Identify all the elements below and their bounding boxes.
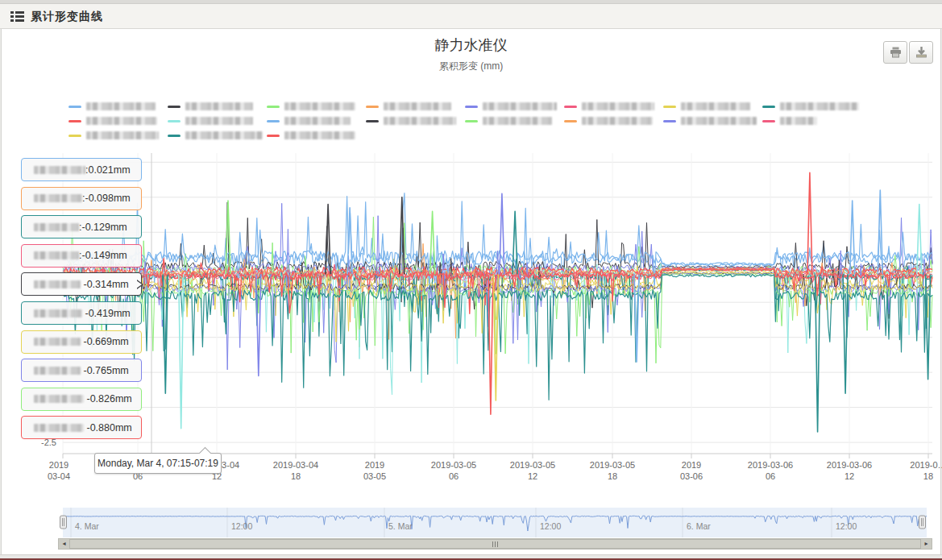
series-line-marker: [366, 120, 379, 122]
legend-item[interactable]: [663, 114, 762, 128]
tooltip-series-box: -0.880mm: [21, 416, 142, 439]
series-line-marker: [68, 120, 81, 122]
plot-area[interactable]: [63, 153, 932, 454]
series-line-marker: [762, 120, 775, 122]
tooltip-header: Monday, Mar 4, 07:15-07:19: [94, 453, 222, 474]
x-axis-label: 201903-06: [680, 459, 703, 482]
legend-item[interactable]: [465, 114, 564, 128]
legend-item[interactable]: [68, 114, 168, 128]
legend-item[interactable]: [267, 114, 366, 128]
legend-label-masked: [780, 102, 859, 110]
x-axis-label: 2019-03-0612: [827, 459, 872, 482]
tooltip-series-box: -0.669mm: [21, 330, 142, 354]
navigator-label: 12:00: [836, 521, 857, 531]
navigator-label: 4. Mar: [75, 521, 99, 531]
x-axis-label: 2019-03-0418: [273, 459, 318, 482]
legend-item[interactable]: [168, 128, 267, 143]
legend-label-masked: [185, 102, 253, 110]
legend-item[interactable]: [267, 99, 366, 114]
legend-label-masked: [582, 102, 654, 110]
tooltip-label-masked: [34, 309, 82, 317]
legend-item[interactable]: [564, 99, 663, 114]
legend-item[interactable]: [68, 128, 168, 143]
tooltip-value: -0.669mm: [81, 336, 129, 347]
tooltip-value: :-0.129mm: [79, 222, 127, 233]
navigator-handle[interactable]: [919, 516, 926, 529]
legend-item[interactable]: [465, 99, 564, 114]
tooltip-value: :-0.149mm: [79, 250, 127, 261]
x-axis-label: 2019-03-0606: [748, 459, 793, 482]
legend-label-masked: [86, 102, 156, 110]
chart-title: 静力水准仪: [0, 35, 942, 55]
scrollbar-right-arrow[interactable]: ▸: [920, 539, 932, 549]
legend-label-masked: [582, 117, 653, 125]
tooltip-callout-arrow-inner: [136, 280, 146, 288]
legend-item[interactable]: [168, 99, 267, 114]
navigator-label: 6. Mar: [687, 521, 711, 531]
tooltip-label-masked: [34, 166, 85, 174]
series-line-marker: [564, 120, 577, 122]
tooltip-series-box: :-0.129mm: [21, 215, 142, 239]
print-button[interactable]: [883, 41, 907, 64]
legend-label-masked: [284, 117, 351, 125]
legend-item[interactable]: [68, 99, 168, 114]
tooltip-value: -0.314mm: [81, 279, 129, 290]
legend-label-masked: [284, 131, 355, 139]
series-line-marker: [465, 120, 478, 122]
series-line-marker: [663, 106, 676, 108]
x-axis-label: 2019-03-0518: [590, 459, 635, 482]
x-axis-label: 2019-03-0506: [431, 459, 476, 482]
series-line-marker: [366, 106, 379, 108]
tooltip-value: -0.880mm: [84, 422, 132, 433]
chart-legend: [68, 99, 878, 143]
x-axis-label: 2019-0…18: [910, 459, 942, 482]
scrollbar-thumb[interactable]: [69, 539, 921, 549]
series-line-marker: [68, 135, 81, 137]
navigator-label: 5. Mar: [388, 521, 413, 531]
tooltip-label-masked: [34, 338, 81, 346]
legend-item[interactable]: [762, 114, 861, 128]
tooltip-value: -0.826mm: [84, 393, 132, 404]
tooltip-value: -0.419mm: [82, 308, 131, 319]
legend-item[interactable]: [663, 99, 762, 114]
tooltip-label-masked: [34, 280, 81, 288]
legend-item[interactable]: [267, 128, 366, 143]
tooltip-series-box: :-0.098mm: [21, 187, 142, 210]
tooltip-label-masked: [34, 367, 81, 375]
download-button[interactable]: [909, 41, 933, 64]
tooltip-series-box: :0.021mm: [21, 158, 142, 181]
legend-label-masked: [86, 117, 157, 125]
tooltip-series-box: -0.826mm: [21, 388, 142, 411]
legend-item[interactable]: [366, 99, 465, 114]
tooltip-series-box: -0.314mm: [21, 272, 142, 296]
x-axis-label: 201903-04: [48, 459, 70, 482]
scrollbar[interactable]: ◂ ▸: [58, 538, 932, 550]
legend-label-masked: [284, 102, 355, 110]
tooltip-header-text: Monday, Mar 4, 07:15-07:19: [98, 458, 218, 469]
tooltip-label-masked: [34, 395, 84, 403]
tooltip-label-masked: [34, 223, 79, 231]
legend-item[interactable]: [564, 114, 663, 128]
x-axis-label: 2019-03-0512: [510, 459, 555, 482]
navigator-handle[interactable]: [60, 516, 67, 529]
legend-label-masked: [483, 117, 552, 125]
series-line-marker: [663, 120, 676, 122]
navigator-label: 12:00: [540, 521, 561, 531]
series-line-marker: [267, 135, 280, 137]
tooltip-series-box: :-0.149mm: [21, 244, 142, 268]
tooltip-label-masked: [34, 194, 82, 202]
legend-label-masked: [681, 102, 750, 110]
legend-item[interactable]: [168, 114, 267, 128]
series-line-marker: [267, 106, 280, 108]
legend-label-masked: [384, 102, 451, 110]
tooltip-label-masked: [34, 251, 79, 259]
series-line-marker: [168, 120, 181, 122]
legend-item[interactable]: [366, 114, 465, 128]
legend-label-masked: [185, 117, 253, 125]
printer-icon: [890, 47, 902, 58]
series-line-marker: [762, 106, 775, 108]
legend-label-masked: [185, 131, 263, 139]
scrollbar-left-arrow[interactable]: ◂: [59, 539, 70, 549]
series-line-marker: [68, 106, 81, 108]
legend-item[interactable]: [762, 99, 861, 114]
